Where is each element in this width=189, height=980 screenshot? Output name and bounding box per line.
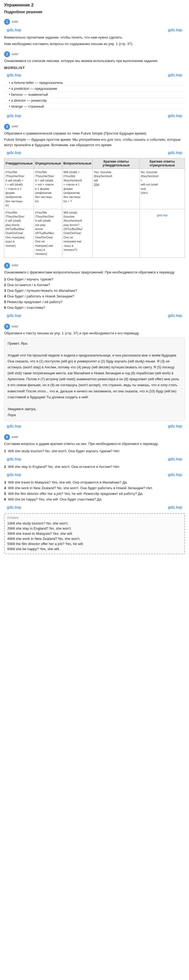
step-1-detail: Нам необходимо составить вопросы по соде… [4, 41, 185, 47]
watermark-17: gdz.top [7, 505, 21, 509]
step-1-label: шаг [11, 19, 18, 24]
table-cell: Yes, I/you/we/they/he/she/itwill(Да) [93, 169, 139, 209]
list-item: 2Она останется / в Англии? [4, 282, 185, 288]
table-header-3: Вопросительные [62, 158, 93, 169]
letter-body: Угадай что! На прошлой неделе я ходила к… [8, 352, 181, 400]
table-cell: I/You/We/They/He/She/It + will (shall)+ … [34, 169, 62, 209]
list-item: 6Она будет / счастлива? [4, 305, 185, 310]
step-2-num: 2 [4, 51, 10, 57]
step-4: 4 шаг Ознакомимся с фрагментами вопросит… [4, 262, 185, 319]
table-cell: I/You/We/They/He/She/It will (shall)not … [34, 209, 62, 258]
wordlist-title: WORDLIST [4, 66, 185, 70]
table-header-1: Утвердительные [4, 158, 34, 169]
table-row: I/You/We/They/He/She/It will (shall) +t … [4, 169, 185, 209]
watermark-7: gdz.top [7, 150, 21, 155]
step-4-label: шаг [11, 263, 18, 267]
watermark-18: gdz.top [168, 505, 182, 509]
table-cell [93, 209, 139, 258]
watermark-8: gdz.top [168, 150, 182, 155]
wordlist-item: famous — знаменитый [4, 92, 185, 98]
step-3-description: Обратимся к грамматической справке по те… [4, 131, 185, 136]
page-container: Упражнение 2 Подробное решение 1 шаг gdz… [4, 3, 185, 554]
wordlist-item: a fortune-teller — предсказатель [4, 80, 185, 86]
wordlist-item: a prediction — предсказание [4, 86, 185, 92]
watermark-9: gdz.top [7, 313, 21, 318]
dashed-answer: 4Will she work in New Zealand? No, she w… [7, 536, 182, 541]
step-2-label: шаг [11, 52, 18, 56]
list-item: 3Она будет / путешествовать по Малайзии? [4, 288, 185, 293]
grammar-table: Утвердительные Отрицательные Вопроситель… [4, 158, 185, 258]
step-5-num: 5 [4, 324, 10, 329]
watermark-1: gdz.top [7, 27, 21, 32]
watermark-2: gdz.top [168, 27, 182, 32]
letter-sign: Увидимся завтра, Лора [8, 406, 181, 418]
step-6-label: шаг [11, 435, 18, 439]
watermark-16: gdz.top [168, 472, 182, 477]
dashed-answer: 6Will she be happy? Yes, she will. [7, 546, 182, 552]
step-5-label: шаг [11, 324, 18, 328]
step-3-label: шаг [11, 124, 18, 128]
table-header-5: Краткие ответы отрицательные [139, 158, 185, 169]
step-3-num: 3 [4, 124, 10, 130]
letter-greeting: Привет, Яра [8, 340, 181, 347]
dashed-answer: 5Will the film director offer her a job?… [7, 541, 182, 546]
dashed-answer: 2Will she stay in England? No, she won't… [7, 526, 182, 531]
step-1-num: 1 [4, 19, 10, 25]
answer-item: 6 Will she be happy? Yes, she will. Она … [4, 496, 185, 502]
page-subtitle: Подробное решение [4, 10, 185, 14]
step-5: 5 шаг Обратимся к тексту письма из упр. … [4, 324, 185, 430]
dashed-answer: 3Will she travel to Malaysia? Yes, she w… [7, 531, 182, 536]
list-item: 4Она будет / работать в Новой Зеландии? [4, 293, 185, 299]
answer-item: 1 Will she study tourism? No, she won't.… [4, 448, 185, 454]
answer-key-label: Ответ [7, 516, 182, 520]
step-4-questions: 1Она будет / изучать туризм? 2Она остане… [4, 277, 185, 310]
list-item: 1Она будет / изучать туризм? [4, 277, 185, 282]
answer-block: 1 Will she study tourism? No, she won't.… [4, 448, 185, 511]
step-3: 3 шаг Обратимся к грамматической справке… [4, 124, 185, 258]
dashed-answer: 1Will she study tourism? No, she won't. [7, 521, 182, 526]
table-header-2: Отрицательные [34, 158, 62, 169]
step-2: 2 шаг Ознакомимся со списком лексики, ко… [4, 51, 185, 119]
answer-item: 3 Will she travel to Malaysia? Yes, she … [4, 479, 185, 485]
watermark-4: gdz.top [168, 73, 182, 77]
step-1: 1 шаг gdz.top gdz.top Внимательно прочит… [4, 19, 185, 46]
step-6-description: Составим вопросы и дадим краткие ответы … [4, 441, 185, 447]
answer-item: 4 Will she work in New Zealand? No, she … [4, 485, 185, 491]
table-cell: Will (shall) +I/You/We/they/he/she/it+ г… [62, 169, 93, 209]
table-row: I/You/We/They/He/She/It will (shall)play… [4, 209, 185, 258]
table-header-4: Краткие ответы утвердительные [93, 158, 139, 169]
step-6: 6 шаг Составим вопросы и дадим краткие о… [4, 434, 185, 554]
step-3-grammar-note: Future Simple — будущее простое время. М… [4, 137, 185, 148]
wordlist: WORDLIST gdz.top gdz.top a fortune-telle… [4, 66, 185, 110]
table-cell: I/You/We/They/He/She/It will (shall)play… [4, 209, 34, 258]
answer-item: 5 Will the film director offer her a job… [4, 491, 185, 496]
table-cell: I/You/We/They/He/She/It will (shall) +t … [4, 169, 34, 209]
watermark-6: gdz.top [168, 113, 182, 118]
wordlist-item: strange — странный [4, 103, 185, 110]
watermark-15: gdz.top [7, 472, 21, 477]
watermark-5: gdz.top [7, 113, 21, 118]
watermark-13: gdz.top [7, 457, 21, 461]
answer-key-box: Ответ 1Will she study tourism? No, she w… [4, 513, 185, 554]
watermark-14: gdz.top [168, 457, 182, 461]
letter-block: Привет, Яра Угадай что! На прошлой недел… [4, 337, 185, 421]
watermark-12: gdz.top [168, 424, 182, 428]
step-4-num: 4 [4, 262, 10, 269]
watermark-3: gdz.top [7, 73, 21, 77]
answer-item: 2 Will she stay in England? No, she won'… [4, 464, 185, 469]
table-cell: gdz.top [139, 209, 185, 258]
watermark-in-table: gdz.top [157, 213, 167, 217]
page-title: Упражнение 2 [4, 3, 185, 8]
watermark-10: gdz.top [168, 313, 182, 318]
wordlist-item: a director — режиссёр [4, 98, 185, 103]
table-cell: No, I/you/we/they/he/she/itwill not (sha… [139, 169, 185, 209]
step-5-description: Обратимся к тексту письма из упр. 1 (стр… [4, 331, 185, 336]
step-1-description: Внимательно прочитаем задание, чтобы пон… [4, 35, 185, 40]
step-2-description: Ознакомимся со списком лексики, которую … [4, 58, 185, 64]
step-4-description: Ознакомимся с фрагментами вопросительных… [4, 270, 185, 275]
watermark-11: gdz.top [7, 424, 21, 428]
table-cell: Will (shall)I/you/we/they/he/she/itplay … [62, 209, 93, 258]
list-item: 5Режиссёр предложит / ей работу? [4, 299, 185, 305]
step-6-num: 6 [4, 434, 10, 440]
